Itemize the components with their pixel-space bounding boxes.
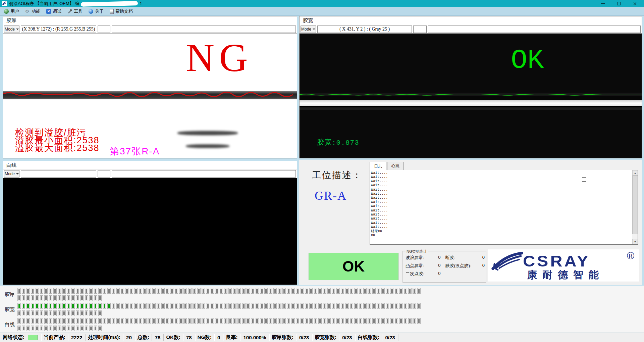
- indicator-cell: [305, 303, 308, 309]
- panel-title: 胶宽: [300, 16, 642, 25]
- indicator-cell: [89, 326, 93, 331]
- scroll-down-icon[interactable]: ▼: [632, 239, 638, 244]
- menu-item-user[interactable]: 用户: [2, 7, 23, 15]
- indicator-cell: [251, 288, 254, 294]
- glue-width-image[interactable]: OK 胶宽:0.873: [300, 34, 642, 158]
- statusbar-label: 当前产品:: [42, 334, 67, 341]
- minimize-button[interactable]: [600, 1, 605, 6]
- indicator-cell: [354, 318, 358, 324]
- indicator-cell: [341, 303, 344, 309]
- indicator-cell: [291, 303, 295, 309]
- mode-dropdown[interactable]: Mode: [4, 170, 19, 178]
- pixel-info-field[interactable]: ( X 431, Y 2 ) : ( Gray 25 ): [317, 26, 412, 33]
- indicator-cell: [148, 288, 151, 294]
- indicator-cell: [188, 303, 192, 309]
- indicator-cell: [179, 303, 182, 309]
- indicator-cell: [166, 318, 169, 324]
- indicator-cell: [413, 318, 416, 324]
- toolbar-field-small[interactable]: [98, 26, 110, 33]
- indicator-cell: [58, 318, 61, 324]
- indicator-cell: [395, 288, 398, 294]
- toolbar-field-wide[interactable]: [428, 26, 641, 33]
- indicator-cell: [139, 318, 142, 324]
- indicator-cell: [273, 288, 277, 294]
- indicator-cell: [62, 295, 66, 301]
- indicator-cell: [197, 318, 201, 324]
- gear-icon: ⚙: [25, 9, 30, 14]
- glue-black-band: [300, 96, 642, 100]
- indicator-cell: [58, 326, 61, 331]
- toolbar-field-wide[interactable]: [112, 26, 296, 33]
- log-checkbox[interactable]: [582, 177, 586, 182]
- indicator-cell: [287, 303, 290, 309]
- indicator-cell: [332, 288, 335, 294]
- ng-stats-title: NG类型统计: [406, 249, 428, 254]
- tab-heartbeat[interactable]: 心跳: [387, 162, 404, 170]
- indicator-cell: [273, 303, 277, 309]
- indicator-group-label: 胶宽: [5, 303, 17, 316]
- indicator-cell: [404, 303, 407, 309]
- scroll-up-icon[interactable]: ▲: [632, 170, 638, 176]
- restore-button[interactable]: [616, 1, 621, 6]
- indicator-cell: [278, 318, 281, 324]
- smudge-mark: [186, 144, 229, 148]
- indicator-cell: [381, 303, 385, 309]
- statusbar-separator: [85, 334, 86, 341]
- toolbar-field-small[interactable]: [413, 26, 427, 33]
- panel-white-line: 白线 Mode: [3, 161, 297, 285]
- log-list[interactable]: Wait....Wait....Wait....Wait....Wait....…: [371, 171, 631, 244]
- indicator-cell: [417, 288, 421, 294]
- indicator-cell: [89, 318, 93, 324]
- indicator-cell: [44, 303, 48, 309]
- indicator-rows: [17, 303, 422, 316]
- indicator-cell: [103, 318, 106, 324]
- tab-log[interactable]: 日志: [370, 162, 386, 170]
- indicator-cell: [220, 318, 223, 324]
- indicator-cell: [89, 288, 93, 294]
- indicator-cell: [211, 303, 214, 309]
- window-controls: ✕: [600, 1, 642, 6]
- indicator-cell: [31, 295, 34, 301]
- pixel-info-field[interactable]: [21, 170, 96, 178]
- statusbar-separator: [339, 334, 339, 341]
- indicator-cell: [58, 310, 61, 316]
- menu-item-help[interactable]: 帮助文档: [108, 7, 137, 15]
- indicator-cell: [80, 310, 84, 316]
- menu-item-about[interactable]: 关于: [87, 7, 108, 15]
- indicator-cell: [237, 303, 241, 309]
- indicator-cell: [157, 288, 160, 294]
- glue-thickness-image[interactable]: NG 检测到溢胶/脏污 溢胶最小面积:2538 溢胶最大面积:2538 第37张…: [3, 34, 297, 158]
- mode-dropdown[interactable]: Mode: [301, 26, 316, 33]
- indicator-cell: [260, 303, 263, 309]
- glue-green-trace: [300, 93, 642, 96]
- indicator-cell: [71, 295, 75, 301]
- result-status-button[interactable]: OK: [309, 253, 398, 280]
- indicator-cell: [58, 295, 61, 301]
- menu-item-debug[interactable]: ✕ 调试: [44, 7, 65, 15]
- indicator-cell: [71, 326, 75, 331]
- toolbar-field-small[interactable]: [98, 170, 110, 178]
- indicator-cell: [161, 288, 165, 294]
- log-scrollbar[interactable]: ▲ ▼: [632, 170, 638, 244]
- mode-dropdown[interactable]: Mode: [4, 26, 19, 33]
- menu-item-functions[interactable]: ⚙ 功能: [23, 7, 44, 15]
- indicator-cell: [390, 318, 393, 324]
- scrollbar-thumb[interactable]: [632, 176, 638, 234]
- indicator-cell: [215, 318, 218, 324]
- indicator-cell: [183, 288, 187, 294]
- indicator-cell: [202, 303, 205, 309]
- menu-label: 调试: [53, 8, 61, 14]
- indicator-cell: [408, 303, 412, 309]
- pixel-info-field[interactable]: (X 398,Y 1272) : (R 255,G 255,B 255): [21, 26, 96, 33]
- menu-item-tools[interactable]: 工具: [65, 7, 87, 15]
- indicator-cell: [264, 318, 268, 324]
- indicator-rows: [17, 318, 422, 331]
- ng-stats-groupbox: NG类型统计 波浪异常:0凸点异常:0二次点胶:0 断胶:0缺胶(没点胶):0: [402, 251, 486, 283]
- indicator-cell: [291, 288, 295, 294]
- indicator-cell: [211, 318, 214, 324]
- toolbar-field-wide[interactable]: [112, 170, 296, 178]
- statusbar-label: OK数:: [165, 334, 182, 341]
- white-line-image[interactable]: [3, 178, 297, 285]
- indicator-cell: [305, 318, 308, 324]
- close-button[interactable]: ✕: [633, 1, 637, 6]
